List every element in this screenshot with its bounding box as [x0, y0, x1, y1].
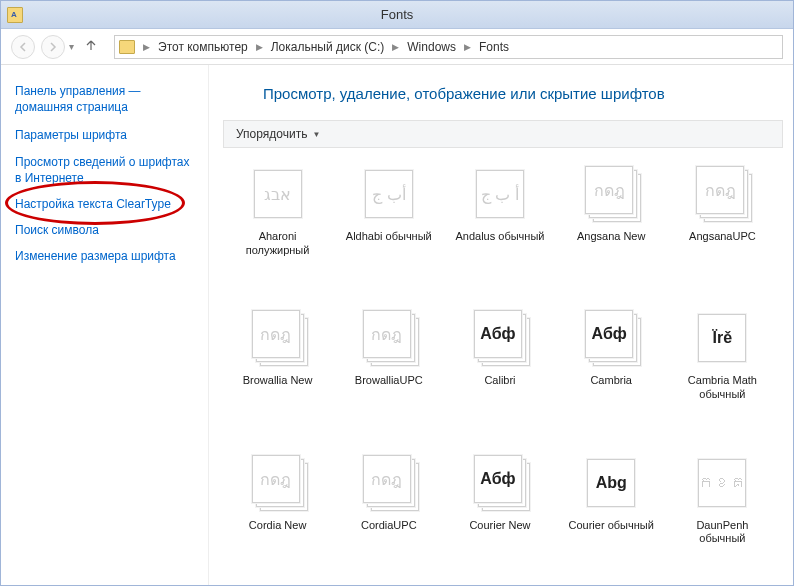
- toolbar: Упорядочить ▼: [223, 120, 783, 148]
- font-preview-icon: กดฎ: [246, 453, 310, 513]
- font-label: Andalus обычный: [455, 230, 544, 244]
- forward-button[interactable]: [41, 35, 65, 59]
- page-title: Просмотр, удаление, отображение или скры…: [263, 85, 783, 102]
- font-item[interactable]: กดฎAngsana New: [557, 158, 666, 296]
- font-label: Cambria: [590, 374, 632, 388]
- chevron-right-icon: ▶: [462, 42, 473, 52]
- sidebar-link-change-size[interactable]: Изменение размера шрифта: [15, 248, 194, 264]
- font-item[interactable]: ÏrěCambria Math обычный: [668, 302, 777, 440]
- sidebar-link-find-char[interactable]: Поиск символа: [15, 222, 194, 238]
- navigation-bar: ▾ ▶ Этот компьютер ▶ Локальный диск (C:)…: [1, 29, 793, 65]
- chevron-down-icon: ▼: [312, 130, 320, 139]
- font-label: BrowalliaUPC: [355, 374, 423, 388]
- font-label: Cambria Math обычный: [672, 374, 772, 402]
- font-item[interactable]: กดฎBrowallia New: [223, 302, 332, 440]
- font-item[interactable]: កខគDaunPenh обычный: [668, 447, 777, 585]
- breadcrumb-item[interactable]: Этот компьютер: [154, 38, 252, 56]
- breadcrumb: ▶ Этот компьютер ▶ Локальный диск (C:) ▶…: [141, 38, 513, 56]
- main-panel: Просмотр, удаление, отображение или скры…: [209, 65, 793, 585]
- recent-dropdown[interactable]: ▾: [69, 41, 74, 52]
- font-grid[interactable]: אבגAharoni полужирныйأب جAldhabi обычный…: [223, 158, 783, 585]
- sidebar-link-font-settings[interactable]: Параметры шрифта: [15, 127, 194, 143]
- font-label: Aharoni полужирный: [228, 230, 328, 258]
- font-item[interactable]: أ ب جAndalus обычный: [445, 158, 554, 296]
- arrow-right-icon: [48, 42, 58, 52]
- arrow-left-icon: [18, 42, 28, 52]
- font-label: DaunPenh обычный: [672, 519, 772, 547]
- chevron-right-icon: ▶: [254, 42, 265, 52]
- font-preview-icon: אבג: [246, 164, 310, 224]
- font-label: AngsanaUPC: [689, 230, 756, 244]
- font-item[interactable]: أب جAldhabi обычный: [334, 158, 443, 296]
- font-preview-icon: กดฎ: [357, 308, 421, 368]
- font-item[interactable]: АбфCourier New: [445, 447, 554, 585]
- app-icon: [7, 7, 23, 23]
- font-preview-icon: Абф: [468, 453, 532, 513]
- chevron-right-icon: ▶: [141, 42, 152, 52]
- organize-button[interactable]: Упорядочить ▼: [232, 125, 324, 143]
- chevron-right-icon: ▶: [390, 42, 401, 52]
- font-preview-icon: أب ج: [357, 164, 421, 224]
- font-item[interactable]: กดฎCordiaUPC: [334, 447, 443, 585]
- font-label: CordiaUPC: [361, 519, 417, 533]
- font-preview-icon: أ ب ج: [468, 164, 532, 224]
- font-preview-icon: กดฎ: [579, 164, 643, 224]
- titlebar[interactable]: Fonts: [1, 1, 793, 29]
- font-preview-icon: Ïrě: [690, 308, 754, 368]
- font-label: Angsana New: [577, 230, 646, 244]
- breadcrumb-item[interactable]: Локальный диск (C:): [267, 38, 389, 56]
- window-title: Fonts: [381, 7, 414, 22]
- folder-icon: [119, 40, 135, 54]
- sidebar-link-cleartype[interactable]: Настройка текста ClearType: [15, 196, 194, 212]
- font-preview-icon: Абф: [579, 308, 643, 368]
- font-label: Courier обычный: [569, 519, 654, 533]
- font-label: Calibri: [484, 374, 515, 388]
- address-bar[interactable]: ▶ Этот компьютер ▶ Локальный диск (C:) ▶…: [114, 35, 783, 59]
- font-preview-icon: Абф: [468, 308, 532, 368]
- sidebar-link-font-info-online[interactable]: Просмотр сведений о шрифтах в Интернете: [15, 154, 194, 186]
- font-item[interactable]: АбфCambria: [557, 302, 666, 440]
- back-button[interactable]: [11, 35, 35, 59]
- control-panel-home-link[interactable]: Панель управления — домашняя страница: [15, 83, 194, 115]
- breadcrumb-item[interactable]: Fonts: [475, 38, 513, 56]
- content-area: Панель управления — домашняя страница Па…: [1, 65, 793, 585]
- font-item[interactable]: אבגAharoni полужирный: [223, 158, 332, 296]
- font-preview-icon: កខគ: [690, 453, 754, 513]
- file-explorer-window: Fonts ▾ ▶ Этот компьютер ▶ Локальный дис…: [0, 0, 794, 586]
- font-item[interactable]: АбфCalibri: [445, 302, 554, 440]
- font-label: Courier New: [469, 519, 530, 533]
- font-item[interactable]: กดฎBrowalliaUPC: [334, 302, 443, 440]
- sidebar: Панель управления — домашняя страница Па…: [1, 65, 209, 585]
- font-label: Browallia New: [243, 374, 313, 388]
- organize-label: Упорядочить: [236, 127, 307, 141]
- up-button[interactable]: [84, 38, 98, 55]
- font-label: Cordia New: [249, 519, 306, 533]
- font-label: Aldhabi обычный: [346, 230, 432, 244]
- font-preview-icon: กดฎ: [357, 453, 421, 513]
- breadcrumb-item[interactable]: Windows: [403, 38, 460, 56]
- font-item[interactable]: กดฎAngsanaUPC: [668, 158, 777, 296]
- font-item[interactable]: กดฎCordia New: [223, 447, 332, 585]
- font-item[interactable]: AbgCourier обычный: [557, 447, 666, 585]
- font-preview-icon: Abg: [579, 453, 643, 513]
- font-preview-icon: กดฎ: [246, 308, 310, 368]
- font-preview-icon: กดฎ: [690, 164, 754, 224]
- arrow-up-icon: [84, 38, 98, 52]
